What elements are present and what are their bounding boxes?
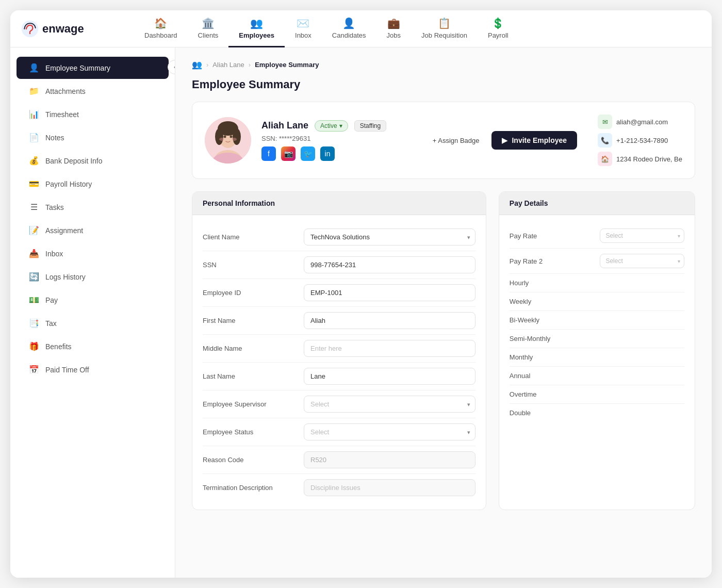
pay-row-overtime: Overtime xyxy=(510,385,684,404)
pay-select-rate1[interactable]: Select xyxy=(600,228,684,243)
sidebar: ‹ 👤 Employee Summary 📁 Attachments 📊 Tim… xyxy=(10,47,175,578)
sidebar-item-inbox[interactable]: 📥 Inbox xyxy=(17,242,169,265)
profile-name-row: Aliah Lane Active ▾ Staffing xyxy=(261,120,416,132)
twitter-icon[interactable]: 🐦 xyxy=(301,146,315,161)
main-layout: ‹ 👤 Employee Summary 📁 Attachments 📊 Tim… xyxy=(10,47,712,578)
content-area: 👥 › Aliah Lane › Employee Summary Employ… xyxy=(175,47,712,578)
nav-item-clients[interactable]: 🏛️ Clients xyxy=(188,10,229,47)
sidebar-label-pay: Pay xyxy=(45,296,58,304)
sidebar-item-attachments[interactable]: 📁 Attachments xyxy=(17,80,169,102)
nav-item-payroll[interactable]: 💲 Payroll xyxy=(478,10,519,47)
invite-btn-label: Invite Employee xyxy=(512,136,567,144)
top-nav: enwage 🏠 Dashboard 🏛️ Clients 👥 Employee… xyxy=(10,10,712,47)
input-employee-id[interactable] xyxy=(304,284,475,301)
sidebar-item-employee-summary[interactable]: 👤 Employee Summary xyxy=(17,57,169,79)
sidebar-label-tasks: Tasks xyxy=(45,203,64,211)
pay-select-rate2[interactable]: Select xyxy=(600,254,684,268)
profile-contact: ✉ aliah@gmail.com 📞 +1-212-534-7890 🏠 12… xyxy=(598,115,682,166)
address-icon: 🏠 xyxy=(598,152,612,166)
tasks-icon: ☰ xyxy=(29,202,39,212)
sidebar-label-inbox: Inbox xyxy=(45,250,63,258)
nav-item-dashboard[interactable]: 🏠 Dashboard xyxy=(134,10,188,47)
attachments-icon: 📁 xyxy=(29,86,39,96)
pay-row-semimonthly: Semi-Monthly xyxy=(510,330,684,348)
svg-point-12 xyxy=(232,138,237,141)
pay-label-monthly: Monthly xyxy=(510,353,678,361)
nav-label-payroll: Payroll xyxy=(488,31,508,39)
pay-row-monthly: Monthly xyxy=(510,348,684,367)
select-employee-status[interactable]: Select xyxy=(304,423,475,440)
breadcrumb-parent[interactable]: Aliah Lane xyxy=(212,61,244,69)
employees-icon: 👥 xyxy=(250,17,263,29)
sidebar-item-logs-history[interactable]: 🔄 Logs History xyxy=(17,266,169,288)
select-client-name[interactable]: TechNova Solutions xyxy=(304,228,475,246)
chevron-down-icon-rate1: ▾ xyxy=(678,233,680,239)
contact-email: aliah@gmail.com xyxy=(616,118,668,126)
sidebar-label-logs-history: Logs History xyxy=(45,273,86,281)
input-termination-desc xyxy=(304,479,475,496)
personal-info-card: Personal Information Client Name TechNov… xyxy=(192,191,486,510)
sidebar-item-timesheet[interactable]: 📊 Timesheet xyxy=(17,103,169,125)
sidebar-label-payroll-history: Payroll History xyxy=(45,180,92,188)
label-employee-status: Employee Status xyxy=(203,428,296,436)
input-middle-name[interactable] xyxy=(304,340,475,357)
form-row-status: Employee Status Select ▾ xyxy=(203,418,475,446)
form-row-reason-code: Reason Code xyxy=(203,446,475,474)
sidebar-label-attachments: Attachments xyxy=(45,87,86,95)
avatar xyxy=(205,117,251,164)
nav-item-employees[interactable]: 👥 Employees xyxy=(228,10,285,47)
assignment-icon: 📝 xyxy=(29,225,39,235)
nav-label-candidates: Candidates xyxy=(332,31,366,39)
sidebar-item-paid-time-off[interactable]: 📅 Paid Time Off xyxy=(17,358,169,381)
breadcrumb-icon: 👥 xyxy=(192,60,202,70)
sidebar-label-notes: Notes xyxy=(45,134,64,142)
status-label: Active xyxy=(320,122,337,129)
sidebar-item-payroll-history[interactable]: 💳 Payroll History xyxy=(17,173,169,195)
sidebar-label-tax: Tax xyxy=(45,319,57,328)
pay-label-rate1: Pay Rate xyxy=(510,232,594,240)
pay-label-rate2: Pay Rate 2 xyxy=(510,257,594,265)
paid-time-off-icon: 📅 xyxy=(29,365,39,374)
linkedin-icon[interactable]: in xyxy=(320,146,335,161)
status-badge[interactable]: Active ▾ xyxy=(315,120,348,132)
nav-item-inbox[interactable]: ✉️ Inbox xyxy=(285,10,322,47)
select-wrap-status: Select ▾ xyxy=(304,423,475,440)
pay-details-content: Pay Rate Select ▾ Pay Rate 2 xyxy=(499,215,695,430)
contact-email-row: ✉ aliah@gmail.com xyxy=(598,115,682,129)
invite-employee-button[interactable]: ▶ Invite Employee xyxy=(491,131,577,150)
sidebar-item-assignment[interactable]: 📝 Assignment xyxy=(17,219,169,241)
sidebar-collapse-button[interactable]: ‹ xyxy=(168,60,175,74)
pay-row-annual: Annual xyxy=(510,367,684,385)
sidebar-item-benefits[interactable]: 🎁 Benefits xyxy=(17,335,169,357)
sidebar-item-bank-deposit[interactable]: 💰 Bank Deposit Info xyxy=(17,150,169,172)
contact-address: 1234 Rodeo Drive, Be xyxy=(616,155,682,163)
pay-select-wrap-1: Select ▾ xyxy=(600,228,684,243)
nav-label-job-req: Job Requisition xyxy=(421,31,467,39)
nav-item-job-req[interactable]: 📋 Job Requisition xyxy=(411,10,478,47)
pay-label-biweekly: Bi-Weekly xyxy=(510,316,678,324)
pay-details-header: Pay Details xyxy=(499,192,695,215)
nav-label-dashboard: Dashboard xyxy=(144,31,177,39)
dashboard-icon: 🏠 xyxy=(154,17,167,29)
profile-name: Aliah Lane xyxy=(261,120,308,131)
input-ssn[interactable] xyxy=(304,256,475,273)
input-last-name[interactable] xyxy=(304,368,475,385)
form-row-first-name: First Name xyxy=(203,307,475,335)
sidebar-item-notes[interactable]: 📄 Notes xyxy=(17,126,169,149)
nav-item-candidates[interactable]: 👤 Candidates xyxy=(322,10,376,47)
sidebar-item-pay[interactable]: 💵 Pay xyxy=(17,289,169,311)
sidebar-item-tax[interactable]: 📑 Tax xyxy=(17,312,169,334)
facebook-icon[interactable]: f xyxy=(261,146,276,161)
email-icon: ✉ xyxy=(598,115,612,129)
instagram-icon[interactable]: 📷 xyxy=(281,146,296,161)
pay-icon: 💵 xyxy=(29,295,39,305)
sidebar-item-tasks[interactable]: ☰ Tasks xyxy=(17,196,169,218)
assign-badge-button[interactable]: + Assign Badge xyxy=(426,133,486,149)
pay-label-double: Double xyxy=(510,409,678,417)
select-wrap-client-name: TechNova Solutions ▾ xyxy=(304,228,475,246)
nav-item-jobs[interactable]: 💼 Jobs xyxy=(376,10,411,47)
input-first-name[interactable] xyxy=(304,312,475,329)
profile-ssn: SSN: *****29631 xyxy=(261,135,416,142)
select-supervisor[interactable]: Select xyxy=(304,396,475,413)
profile-card: Aliah Lane Active ▾ Staffing SSN: *****2… xyxy=(192,102,695,179)
